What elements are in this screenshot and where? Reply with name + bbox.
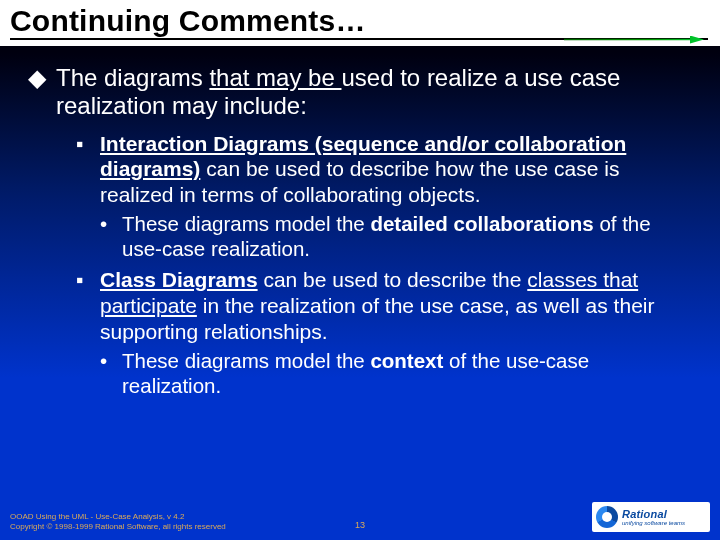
dot-bullet-icon: •: [100, 211, 122, 261]
footer-line1: OOAD Using the UML - Use-Case Analysis, …: [10, 512, 226, 522]
slide-title: Continuing Comments…: [10, 4, 710, 38]
rational-swirl-icon: [596, 506, 618, 528]
text-fragment: These diagrams model the: [122, 349, 370, 372]
footer-left: OOAD Using the UML - Use-Case Analysis, …: [10, 512, 226, 532]
dot-bullet-icon: •: [100, 348, 122, 398]
content-area: ◆ The diagrams that may be used to reali…: [0, 46, 720, 398]
level2-text: Interaction Diagrams (sequence and/or co…: [100, 131, 692, 208]
level3-text: These diagrams model the detailed collab…: [122, 211, 692, 261]
diamond-bullet-icon: ◆: [28, 64, 56, 121]
level1-text: The diagrams that may be used to realize…: [56, 64, 692, 121]
logo-text: Rational unifying software teams: [622, 509, 685, 526]
text-fragment: These diagrams model the: [122, 212, 370, 235]
rational-logo: Rational unifying software teams: [592, 502, 710, 532]
slide: Continuing Comments… ◆ The diagrams that…: [0, 0, 720, 540]
bullet-level2: ▪ Class Diagrams can be used to describe…: [76, 267, 692, 344]
bullet-level1: ◆ The diagrams that may be used to reali…: [28, 64, 692, 121]
square-bullet-icon: ▪: [76, 131, 100, 208]
level2-text: Class Diagrams can be used to describe t…: [100, 267, 692, 344]
text-fragment: The diagrams: [56, 64, 209, 91]
square-bullet-icon: ▪: [76, 267, 100, 344]
text-bold: detailed collaborations: [370, 212, 593, 235]
text-fragment: can be used to describe the: [258, 268, 528, 291]
text-underline: that may be: [209, 64, 341, 91]
logo-sub-text: unifying software teams: [622, 520, 685, 526]
logo-main-text: Rational: [622, 509, 685, 520]
title-bar: Continuing Comments…: [0, 0, 720, 46]
footer-line2: Copyright © 1998-1999 Rational Software,…: [10, 522, 226, 532]
level2-group: ▪ Interaction Diagrams (sequence and/or …: [28, 131, 692, 399]
bullet-level3: • These diagrams model the context of th…: [76, 348, 692, 398]
text-bold-underline: Class Diagrams: [100, 268, 258, 291]
bullet-level3: • These diagrams model the detailed coll…: [76, 211, 692, 261]
page-number: 13: [355, 520, 365, 530]
level3-text: These diagrams model the context of the …: [122, 348, 692, 398]
text-bold: context: [370, 349, 443, 372]
bullet-level2: ▪ Interaction Diagrams (sequence and/or …: [76, 131, 692, 208]
